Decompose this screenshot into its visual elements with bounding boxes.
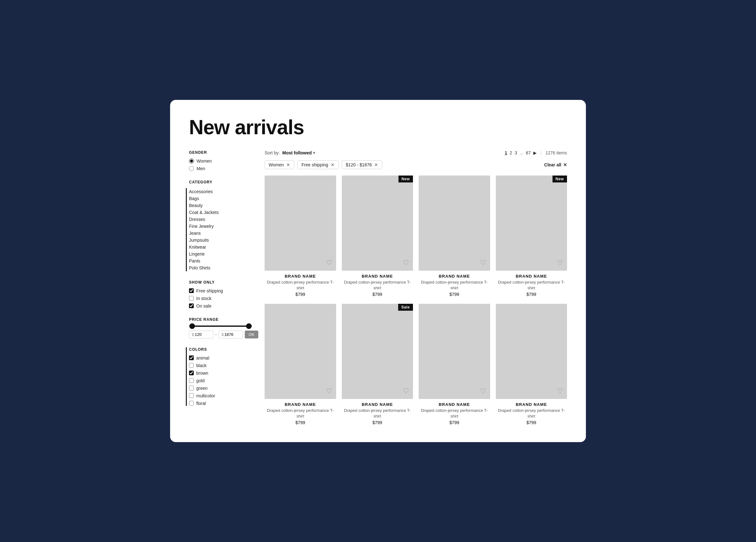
wishlist-icon-6[interactable]: ♡: [403, 387, 409, 395]
color-gold-label: gold: [196, 378, 204, 383]
filter-tag-women-remove[interactable]: ✕: [286, 162, 290, 167]
category-item[interactable]: Beauty: [189, 202, 252, 209]
color-black-label: black: [196, 363, 207, 368]
color-gold[interactable]: gold: [189, 378, 252, 383]
wishlist-icon-8[interactable]: ♡: [557, 387, 563, 395]
product-brand-5: BRAND NAME: [265, 402, 336, 407]
pagination-ellipsis: ...: [520, 150, 524, 155]
filter-tag-free-shipping[interactable]: Free shipping ✕: [297, 160, 339, 169]
category-item[interactable]: Coat & Jackets: [189, 209, 252, 216]
product-price-7: $799: [419, 420, 490, 425]
price-slider-min-thumb[interactable]: [189, 323, 195, 329]
wishlist-icon-3[interactable]: ♡: [480, 259, 486, 267]
product-image-3: ♡: [419, 175, 490, 271]
color-multicolor[interactable]: multicolor: [189, 393, 252, 398]
product-image-7: ♡: [419, 304, 490, 399]
pagination: 1 2 3 ... 67 ▶ | 1276 items: [505, 150, 567, 155]
color-animal[interactable]: animal: [189, 356, 252, 361]
product-card-4[interactable]: New ♡ BRAND NAME Draped cotton-jersey pe…: [496, 175, 567, 298]
main-content: GENDER Women Men CATEGORY Accessories Ba…: [189, 150, 567, 427]
show-only-free-shipping[interactable]: Free shipping: [189, 288, 252, 294]
on-sale-label: On sale: [196, 304, 211, 309]
product-price-1: $799: [265, 292, 336, 297]
product-card-8[interactable]: ♡ BRAND NAME Draped cotton-jersey perfor…: [496, 304, 567, 426]
category-item[interactable]: Accessories: [189, 188, 252, 195]
category-item[interactable]: Fine Jewelry: [189, 223, 252, 230]
color-animal-checkbox[interactable]: [189, 356, 194, 360]
wishlist-icon-2[interactable]: ♡: [403, 259, 409, 267]
wishlist-icon-4[interactable]: ♡: [557, 259, 563, 267]
clear-all-label: Clear all: [544, 162, 561, 167]
gender-women[interactable]: Women: [189, 158, 252, 163]
wishlist-icon-1[interactable]: ♡: [326, 259, 332, 267]
category-item[interactable]: Pants: [189, 257, 252, 264]
color-floral[interactable]: floral: [189, 401, 252, 406]
wishlist-icon-5[interactable]: ♡: [326, 387, 332, 395]
price-max-input[interactable]: [224, 332, 240, 337]
wishlist-icon-7[interactable]: ♡: [480, 387, 486, 395]
sort-label: Sort by:: [265, 150, 280, 155]
price-min-input[interactable]: [195, 332, 210, 337]
color-green-label: green: [196, 386, 208, 391]
filter-tag-price[interactable]: $120 - $1876 ✕: [342, 160, 382, 169]
filter-tag-free-shipping-remove[interactable]: ✕: [331, 162, 335, 167]
product-image-4: New ♡: [496, 175, 567, 271]
sort-by: Sort by: Most followed ▾: [265, 150, 315, 155]
category-item[interactable]: Knitwear: [189, 243, 252, 250]
color-brown-checkbox[interactable]: [189, 371, 194, 375]
gender-men-radio[interactable]: [189, 166, 194, 171]
pagination-page-67[interactable]: 67: [526, 150, 531, 155]
gender-title: GENDER: [189, 150, 252, 155]
color-black[interactable]: black: [189, 363, 252, 368]
clear-all-button[interactable]: Clear all ✕: [544, 162, 567, 167]
price-ok-button[interactable]: OK: [245, 331, 258, 339]
product-card-7[interactable]: ♡ BRAND NAME Draped cotton-jersey perfor…: [419, 304, 490, 426]
color-brown[interactable]: brown: [189, 371, 252, 376]
free-shipping-checkbox[interactable]: [189, 288, 194, 293]
filter-tag-price-remove[interactable]: ✕: [374, 162, 378, 167]
filter-tag-women[interactable]: Women ✕: [265, 160, 294, 169]
product-price-5: $799: [265, 420, 336, 425]
category-title: CATEGORY: [189, 180, 252, 184]
sort-dropdown[interactable]: Most followed ▾: [282, 150, 315, 155]
category-item[interactable]: Dresses: [189, 216, 252, 223]
in-stock-checkbox[interactable]: [189, 296, 194, 301]
next-page-arrow[interactable]: ▶: [533, 150, 537, 155]
product-card-5[interactable]: ♡ BRAND NAME Draped cotton-jersey perfor…: [265, 304, 336, 426]
product-card-6[interactable]: Sale ♡ BRAND NAME Draped cotton-jersey p…: [342, 304, 413, 426]
pagination-page-1[interactable]: 1: [505, 150, 507, 155]
color-black-checkbox[interactable]: [189, 363, 194, 368]
gender-women-radio[interactable]: [189, 158, 194, 163]
price-slider-track[interactable]: [189, 326, 252, 327]
color-green-checkbox[interactable]: [189, 386, 194, 391]
pagination-page-2[interactable]: 2: [510, 150, 512, 155]
color-multicolor-label: multicolor: [196, 393, 215, 398]
product-card-3[interactable]: ♡ BRAND NAME Draped cotton-jersey perfor…: [419, 175, 490, 298]
show-only-in-stock[interactable]: In stock: [189, 296, 252, 301]
category-item[interactable]: Bags: [189, 195, 252, 202]
product-name-5: Draped cotton-jersey performance T-shirt: [265, 408, 336, 419]
product-image-6: Sale ♡: [342, 304, 413, 399]
price-range-filter: PRICE RANGE $ - $ OK: [189, 317, 252, 339]
price-slider-fill: [192, 326, 249, 327]
product-name-3: Draped cotton-jersey performance T-shirt: [419, 280, 490, 291]
color-floral-checkbox[interactable]: [189, 401, 194, 406]
category-item[interactable]: Jeans: [189, 230, 252, 237]
product-brand-7: BRAND NAME: [419, 402, 490, 407]
product-card-1[interactable]: ♡ BRAND NAME Draped cotton-jersey perfor…: [265, 175, 336, 298]
product-brand-4: BRAND NAME: [496, 274, 567, 279]
product-name-4: Draped cotton-jersey performance T-shirt: [496, 280, 567, 291]
color-green[interactable]: green: [189, 386, 252, 391]
product-card-2[interactable]: New ♡ BRAND NAME Draped cotton-jersey pe…: [342, 175, 413, 298]
category-item[interactable]: Jumpsuits: [189, 237, 252, 243]
price-slider-max-thumb[interactable]: [246, 323, 252, 329]
category-item[interactable]: Lingerie: [189, 250, 252, 257]
color-gold-checkbox[interactable]: [189, 378, 194, 383]
color-multicolor-checkbox[interactable]: [189, 393, 194, 398]
pagination-page-3[interactable]: 3: [515, 150, 517, 155]
items-count: 1276 items: [546, 150, 567, 155]
on-sale-checkbox[interactable]: [189, 304, 194, 308]
gender-men[interactable]: Men: [189, 166, 252, 171]
show-only-on-sale[interactable]: On sale: [189, 304, 252, 309]
category-item[interactable]: Polo Shirts: [189, 264, 252, 271]
